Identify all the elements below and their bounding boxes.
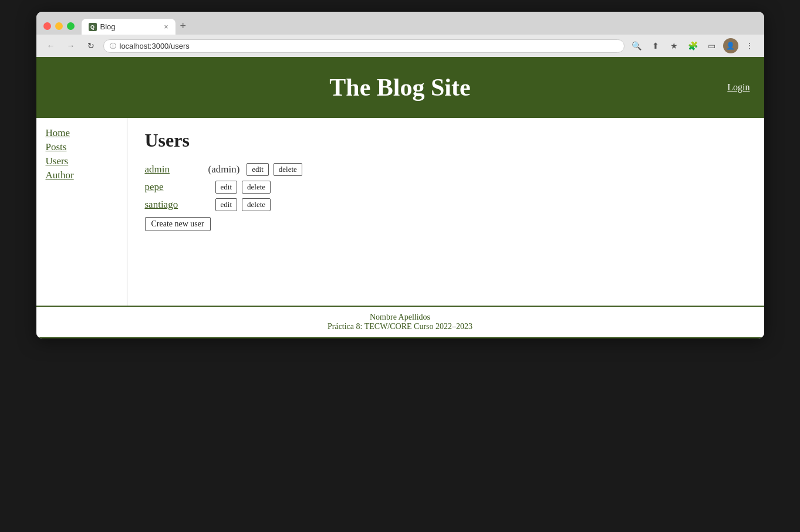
site-title: The Blog Site (48, 73, 752, 101)
footer-line2: Práctica 8: TECW/CORE Curso 2022–2023 (42, 322, 758, 331)
table-row: pepe edit delete (145, 181, 747, 194)
url-text: localhost:3000/users (120, 42, 190, 50)
edit-button-admin[interactable]: edit (247, 163, 269, 176)
table-row: admin (admin) edit delete (145, 163, 747, 176)
tab-label: Blog (100, 22, 161, 31)
site-footer: Nombre Apellidos Práctica 8: TECW/CORE C… (36, 306, 764, 338)
browser-toolbar: ← → ↻ ⓘ localhost:3000/users 🔍 ⬆ ★ 🧩 ▭ 👤… (36, 35, 764, 57)
sidebar-item-users[interactable]: Users (46, 155, 117, 167)
browser-titlebar: Q Blog × + (36, 12, 764, 35)
user-link-santiago[interactable]: santiago (145, 199, 204, 211)
tab-close-button[interactable]: × (164, 23, 168, 31)
lock-icon: ⓘ (110, 42, 116, 50)
browser-window: Q Blog × + ← → ↻ ⓘ localhost:3000/users … (36, 12, 764, 338)
forward-button[interactable]: → (63, 38, 79, 53)
sidebar-item-home[interactable]: Home (46, 127, 117, 139)
search-icon[interactable]: 🔍 (629, 38, 644, 53)
table-row: santiago edit delete (145, 198, 747, 211)
bookmark-icon[interactable]: ★ (667, 38, 682, 53)
extensions-icon[interactable]: 🧩 (686, 38, 701, 53)
new-tab-button[interactable]: + (175, 18, 191, 35)
back-button[interactable]: ← (43, 38, 59, 53)
tab-favicon: Q (89, 23, 97, 31)
site-body: Home Posts Users Author Users admin (adm… (36, 118, 764, 306)
sidebar-item-author[interactable]: Author (46, 170, 117, 181)
delete-button-pepe[interactable]: delete (242, 181, 271, 194)
edit-button-pepe[interactable]: edit (215, 181, 238, 194)
profile-avatar[interactable]: 👤 (723, 38, 738, 53)
close-button[interactable] (43, 22, 51, 30)
reload-button[interactable]: ↻ (83, 38, 99, 53)
sidebar-icon[interactable]: ▭ (704, 38, 720, 53)
active-tab[interactable]: Q Blog × (82, 19, 175, 35)
page-title: Users (145, 130, 747, 151)
sidebar: Home Posts Users Author (36, 118, 127, 306)
menu-icon[interactable]: ⋮ (742, 38, 757, 53)
toolbar-icons: 🔍 ⬆ ★ 🧩 ▭ 👤 ⋮ (629, 38, 757, 53)
login-link[interactable]: Login (727, 82, 750, 93)
delete-button-santiago[interactable]: delete (242, 198, 271, 211)
create-new-user-button[interactable]: Create new user (145, 217, 211, 231)
main-content: Users admin (admin) edit delete pepe edi… (127, 118, 764, 306)
edit-button-santiago[interactable]: edit (215, 198, 238, 211)
address-bar[interactable]: ⓘ localhost:3000/users (103, 39, 625, 53)
footer-line1: Nombre Apellidos (42, 313, 758, 322)
user-role-admin: (admin) (208, 164, 240, 175)
maximize-button[interactable] (67, 22, 75, 30)
user-link-admin[interactable]: admin (145, 164, 204, 175)
share-icon[interactable]: ⬆ (648, 38, 663, 53)
minimize-button[interactable] (55, 22, 63, 30)
user-link-pepe[interactable]: pepe (145, 181, 204, 193)
site-header: The Blog Site Login (36, 57, 764, 118)
tab-bar: Q Blog × + (82, 18, 757, 35)
browser-chrome: Q Blog × + ← → ↻ ⓘ localhost:3000/users … (36, 12, 764, 57)
sidebar-item-posts[interactable]: Posts (46, 141, 117, 153)
traffic-lights (43, 22, 75, 30)
delete-button-admin[interactable]: delete (274, 163, 302, 176)
user-list: admin (admin) edit delete pepe edit dele… (145, 163, 747, 211)
